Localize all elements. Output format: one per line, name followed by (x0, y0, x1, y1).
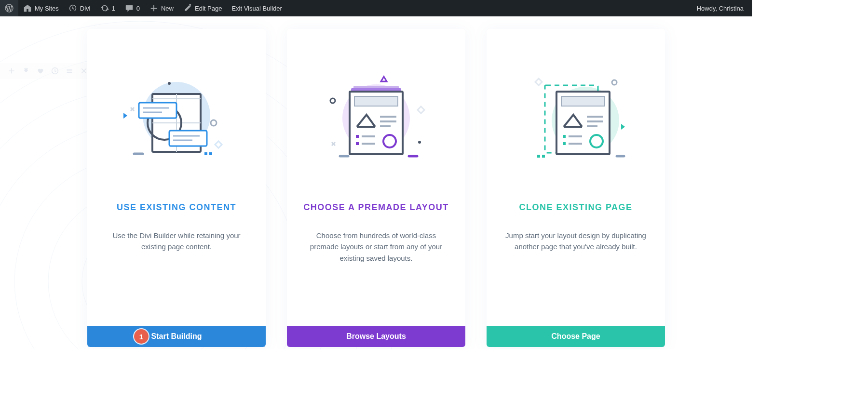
svg-rect-61 (561, 96, 605, 106)
updates-count: 1 (112, 5, 115, 12)
card-title: CHOOSE A PREMADE LAYOUT (292, 202, 461, 213)
svg-point-56 (612, 80, 617, 85)
svg-rect-48 (356, 135, 359, 138)
my-sites-label: My Sites (35, 5, 59, 12)
howdy-text: Howdy, Christina (697, 5, 744, 12)
svg-marker-58 (621, 124, 625, 130)
svg-marker-14 (123, 113, 127, 119)
my-sites-link[interactable]: My Sites (18, 0, 64, 16)
svg-rect-43 (354, 96, 398, 106)
edit-page-link[interactable]: Edit Page (178, 0, 227, 16)
exit-vb-label: Exit Visual Builder (231, 5, 282, 12)
card-illustration (123, 63, 230, 164)
svg-rect-72 (542, 155, 545, 158)
wordpress-icon (5, 4, 14, 13)
wp-logo-menu[interactable] (0, 0, 18, 16)
svg-rect-68 (563, 142, 566, 145)
button-label: Start Building (151, 332, 202, 341)
browse-layouts-button[interactable]: Browse Layouts (287, 326, 465, 347)
home-icon (23, 4, 32, 13)
svg-rect-31 (204, 152, 207, 155)
new-label: New (161, 5, 174, 12)
svg-rect-57 (535, 79, 542, 85)
comments-link[interactable]: 0 (120, 0, 145, 16)
svg-rect-66 (563, 135, 566, 138)
edit-page-label: Edit Page (195, 5, 222, 12)
wp-admin-bar: My Sites Divi 1 0 New (0, 0, 752, 16)
pencil-icon (183, 4, 192, 13)
start-building-button[interactable]: 1 Start Building (87, 326, 266, 347)
comments-count: 0 (136, 5, 140, 12)
svg-rect-24 (139, 103, 176, 118)
comment-icon (125, 4, 134, 13)
svg-rect-38 (418, 107, 424, 113)
card-clone-existing-page: CLONE EXISTING PAGE Jump start your layo… (487, 29, 665, 347)
site-name-label: Divi (80, 5, 91, 12)
card-title: CLONE EXISTING PAGE (507, 202, 644, 213)
svg-point-35 (330, 98, 335, 103)
site-name-link[interactable]: Divi (64, 0, 95, 16)
card-description: Choose from hundreds of world-class prem… (287, 230, 465, 264)
adminbar-right: Howdy, Christina (692, 5, 752, 12)
svg-point-17 (211, 120, 217, 126)
step-badge: 1 (134, 329, 149, 344)
card-title: USE EXISTING CONTENT (105, 202, 248, 213)
svg-point-39 (418, 141, 421, 144)
choose-page-button[interactable]: Choose Page (487, 326, 665, 347)
card-illustration (323, 63, 429, 164)
svg-rect-27 (169, 131, 207, 146)
svg-rect-50 (356, 142, 359, 145)
new-content-link[interactable]: New (145, 0, 178, 16)
card-premade-layout: CHOOSE A PREMADE LAYOUT Choose from hund… (287, 29, 465, 347)
plus-icon (149, 4, 158, 13)
svg-rect-18 (215, 141, 222, 148)
card-description: Use the Divi Builder while retaining you… (87, 230, 266, 253)
card-use-existing-content: USE EXISTING CONTENT Use the Divi Builde… (87, 29, 266, 347)
svg-point-13 (168, 82, 171, 85)
svg-marker-34 (381, 77, 387, 81)
update-icon (100, 4, 109, 13)
button-label: Browse Layouts (346, 332, 406, 341)
dashboard-icon (68, 4, 77, 13)
card-description: Jump start your layout design by duplica… (487, 230, 665, 253)
adminbar-left: My Sites Divi 1 0 New (0, 0, 287, 16)
updates-link[interactable]: 1 (95, 0, 120, 16)
button-label: Choose Page (551, 332, 600, 341)
svg-rect-32 (209, 152, 212, 155)
exit-visual-builder-link[interactable]: Exit Visual Builder (227, 0, 287, 16)
howdy-account[interactable]: Howdy, Christina (692, 5, 748, 12)
card-illustration (523, 63, 629, 164)
builder-choice-cards: USE EXISTING CONTENT Use the Divi Builde… (0, 29, 752, 347)
svg-rect-71 (537, 155, 540, 158)
